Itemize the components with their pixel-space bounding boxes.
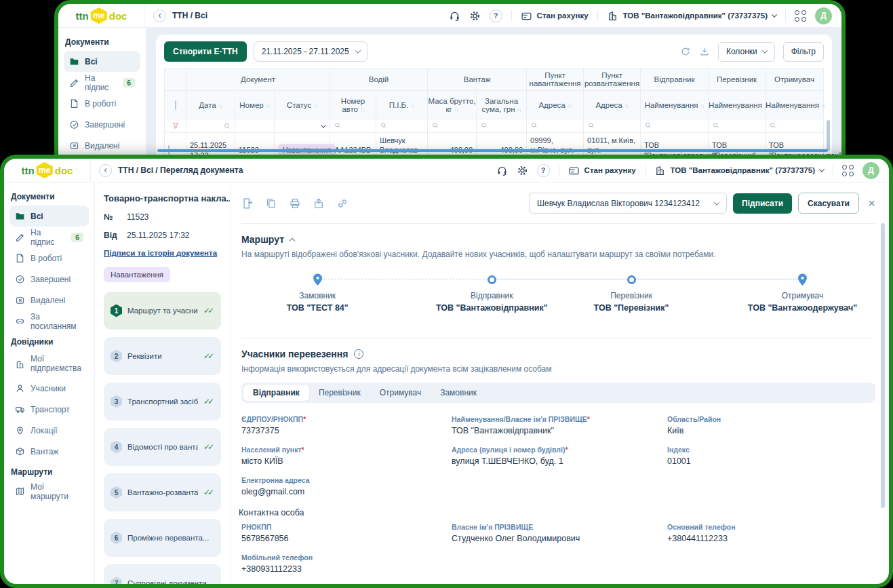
column-carrier-name[interactable]: Найменування: [709, 91, 766, 119]
tab-sender[interactable]: Відправник: [243, 385, 309, 401]
column-gross-mass[interactable]: Маса брутто, кг: [428, 91, 477, 119]
filter-receiver[interactable]: [766, 119, 824, 133]
filter-mass[interactable]: [428, 119, 477, 133]
back-button[interactable]: [99, 164, 112, 177]
sidebar-item-participants[interactable]: Учасники: [9, 378, 89, 399]
column-number[interactable]: Номер: [235, 91, 275, 119]
date-range-select[interactable]: 21.11.2025 - 27.11.2025: [254, 41, 368, 62]
sidebar-item-all[interactable]: Всі: [64, 51, 140, 72]
filter-unload-address[interactable]: [584, 119, 641, 133]
step-intermediate-reload[interactable]: 6 Проміжне переванта...: [104, 519, 221, 557]
help-icon[interactable]: [490, 9, 502, 22]
filter-car[interactable]: [330, 119, 376, 133]
box-icon: [15, 446, 25, 456]
sidebar-item-in-progress[interactable]: В роботі: [9, 248, 89, 269]
sidebar-item-deleted[interactable]: Видалені: [9, 290, 89, 311]
info-icon[interactable]: [354, 349, 363, 359]
filter-date[interactable]: [186, 119, 235, 133]
sidebar-item-my-companies[interactable]: Мої підприємства: [9, 351, 89, 378]
export-file-icon[interactable]: [241, 197, 254, 210]
table-horizontal-scrollbar[interactable]: [157, 149, 828, 152]
select-all-checkbox[interactable]: [175, 100, 176, 110]
sidebar-item-transport[interactable]: Транспорт: [9, 399, 89, 420]
step-accompanying-documents[interactable]: 7 Супровідні документи: [104, 564, 221, 584]
filter-sum[interactable]: [477, 119, 527, 133]
column-driver-name[interactable]: П.І.Б.: [376, 91, 428, 119]
sidebar-item-deleted[interactable]: Видалені: [64, 135, 140, 156]
company-switcher[interactable]: ТОВ "Вантажовідправник" (73737375): [654, 165, 824, 176]
filter-sender[interactable]: [641, 119, 709, 133]
file-icon: [15, 253, 25, 263]
settings-gear-icon[interactable]: [517, 165, 528, 176]
step-cargo-info[interactable]: 4 Відомості про вантаж: [104, 428, 221, 466]
tab-carrier[interactable]: Перевізник: [309, 385, 370, 401]
cancel-button[interactable]: Скасувати: [798, 193, 859, 214]
signer-select[interactable]: Шевчук Владислав Вікторович 1234123412: [529, 193, 727, 214]
download-icon[interactable]: [699, 46, 710, 57]
sidebar-item-by-link[interactable]: За посиланням: [9, 311, 89, 332]
filter-status[interactable]: [275, 119, 330, 133]
column-receiver-name[interactable]: Найменування: [766, 91, 824, 119]
group-carrier: Перевізник: [709, 68, 766, 91]
column-load-address[interactable]: Адреса: [527, 91, 584, 119]
settings-gear-icon[interactable]: [469, 10, 481, 22]
sidebar-item-cargo[interactable]: Вантаж: [9, 441, 89, 462]
sidebar-item-in-progress[interactable]: В роботі: [64, 93, 140, 114]
column-date[interactable]: Дата: [186, 91, 235, 119]
column-sender-name[interactable]: Найменування: [641, 91, 709, 119]
copy-icon[interactable]: [265, 197, 277, 210]
sidebar-item-my-routes[interactable]: Мої маршрути: [9, 481, 89, 502]
sidebar-item-to-sign[interactable]: На підпис 6: [9, 227, 89, 248]
tab-receiver[interactable]: Отримувач: [370, 385, 431, 401]
search-icon: [481, 122, 488, 129]
tab-customer[interactable]: Замовник: [431, 385, 486, 401]
avatar[interactable]: Д: [815, 7, 832, 24]
columns-button[interactable]: Колонки: [718, 42, 775, 62]
step-route-participants[interactable]: 1 Маршрут та учасник...: [104, 292, 221, 330]
clear-filters-icon[interactable]: [172, 122, 179, 129]
refresh-icon[interactable]: [680, 46, 691, 57]
filter-button[interactable]: Фільтр: [783, 42, 824, 62]
app-logo[interactable]: ttn me doc: [4, 159, 91, 182]
create-ettn-button[interactable]: Створити Е-ТТН: [164, 41, 247, 62]
company-switcher[interactable]: ТОВ "Вантажовідправник" (73737375): [607, 10, 776, 22]
link-icon[interactable]: [336, 197, 349, 210]
back-button[interactable]: [153, 9, 166, 22]
column-car-number[interactable]: Номер авто: [330, 91, 376, 119]
filter-number[interactable]: [235, 119, 275, 133]
filter-carrier[interactable]: [709, 119, 766, 133]
step-requisites[interactable]: 2 Реквізити: [104, 337, 221, 375]
account-balance-button[interactable]: Стан рахунку: [568, 165, 636, 176]
step-loading-unloading[interactable]: 5 Вантажно-розвантаж...: [104, 473, 221, 511]
sign-button[interactable]: Підписати: [733, 193, 792, 214]
column-total-sum[interactable]: Загальна сума, грн: [477, 91, 527, 119]
table-vertical-scrollbar[interactable]: [827, 120, 830, 151]
sidebar-item-completed[interactable]: Завершені: [9, 269, 89, 290]
content-vertical-scrollbar[interactable]: [881, 223, 885, 508]
step-vehicle[interactable]: 3 Транспортний засіб: [104, 383, 221, 420]
sidebar-item-all[interactable]: Всі: [9, 205, 89, 227]
sidebar-item-locations[interactable]: Локації: [9, 420, 89, 441]
column-status[interactable]: Статус: [275, 91, 330, 119]
filter-load-address[interactable]: [527, 119, 584, 133]
app-grid-icon[interactable]: [842, 165, 854, 176]
app-grid-icon[interactable]: [795, 10, 806, 22]
column-unload-address[interactable]: Адреса: [584, 91, 641, 119]
group-driver: Водій: [330, 68, 428, 91]
sidebar-item-completed[interactable]: Завершені: [64, 114, 140, 135]
route-section-header[interactable]: Маршрут: [241, 234, 875, 245]
share-icon[interactable]: [313, 197, 325, 210]
close-icon[interactable]: [868, 196, 875, 211]
avatar[interactable]: Д: [862, 162, 879, 179]
support-headset-icon[interactable]: [496, 165, 508, 176]
chevron-down-icon: [355, 47, 360, 53]
print-icon[interactable]: [289, 197, 301, 210]
help-icon[interactable]: [537, 164, 550, 177]
support-headset-icon[interactable]: [449, 10, 460, 22]
account-balance-button[interactable]: Стан рахунку: [521, 10, 589, 22]
sidebar-item-to-sign[interactable]: На підпис 6: [64, 72, 140, 93]
filter-driver[interactable]: [376, 119, 428, 133]
app-logo[interactable]: ttn me doc: [58, 4, 145, 27]
signatures-history-link[interactable]: Підписи та історія документа: [104, 249, 217, 257]
search-icon: [770, 122, 776, 129]
